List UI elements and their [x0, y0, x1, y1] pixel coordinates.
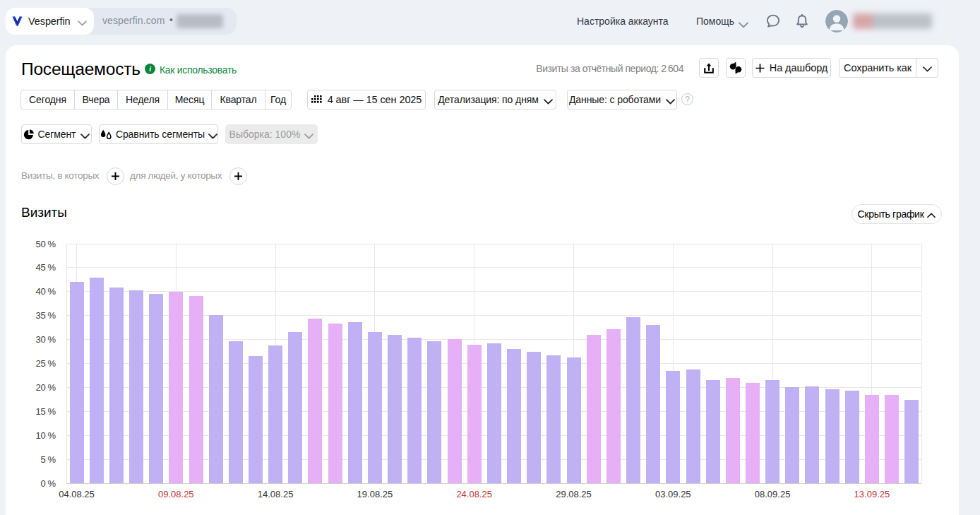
- svg-text:03.09.25: 03.09.25: [655, 489, 691, 499]
- svg-text:20 %: 20 %: [35, 382, 56, 393]
- svg-text:29.08.25: 29.08.25: [556, 489, 592, 499]
- svg-text:19.08.25: 19.08.25: [357, 489, 393, 499]
- svg-text:i: i: [149, 65, 151, 73]
- svg-text:09.08.25: 09.08.25: [158, 489, 194, 499]
- svg-text:13.09.25: 13.09.25: [854, 489, 890, 499]
- svg-text:14.08.25: 14.08.25: [258, 489, 294, 499]
- svg-text:24.08.25: 24.08.25: [456, 489, 492, 499]
- svg-text:10 %: 10 %: [35, 430, 56, 441]
- svg-text:40 %: 40 %: [35, 286, 56, 297]
- svg-text:5 %: 5 %: [41, 454, 56, 465]
- svg-text:0 %: 0 %: [41, 478, 56, 489]
- svg-text:45 %: 45 %: [35, 262, 56, 273]
- svg-text:25 %: 25 %: [35, 358, 56, 369]
- svg-text:30 %: 30 %: [35, 334, 56, 345]
- svg-text:04.08.25: 04.08.25: [59, 489, 95, 499]
- svg-text:35 %: 35 %: [35, 310, 56, 321]
- svg-text:15 %: 15 %: [35, 406, 56, 417]
- svg-text:50 %: 50 %: [35, 239, 56, 249]
- svg-text:08.09.25: 08.09.25: [755, 489, 791, 499]
